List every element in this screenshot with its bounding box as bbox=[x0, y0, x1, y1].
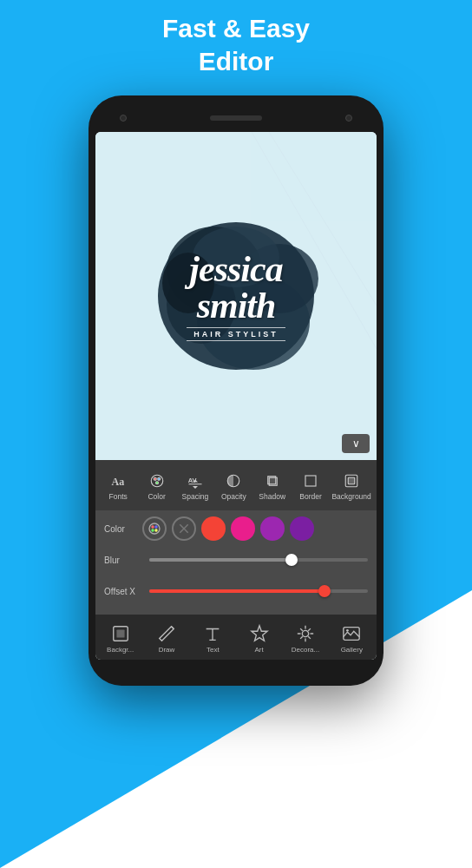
no-color-button[interactable] bbox=[172, 516, 196, 541]
phone-top-bar bbox=[95, 108, 377, 128]
border-icon bbox=[301, 471, 320, 490]
color-swatches bbox=[142, 516, 314, 541]
canvas-subtitle: HAIR STYLIST bbox=[187, 327, 285, 341]
offsetx-row: Offset X bbox=[104, 578, 368, 604]
background-icon bbox=[342, 471, 361, 490]
camera-right bbox=[345, 115, 352, 122]
shadow-icon bbox=[263, 471, 282, 490]
nav-background-label: Backgr... bbox=[107, 646, 134, 654]
svg-point-26 bbox=[154, 525, 157, 528]
blur-row: Blur bbox=[104, 547, 368, 573]
phone-device: jessica smith HAIR STYLIST ∨ Aa bbox=[88, 95, 384, 686]
spacing-icon: AV bbox=[186, 471, 205, 490]
nav-text[interactable]: Text bbox=[193, 623, 232, 654]
nav-draw-label: Draw bbox=[159, 646, 175, 654]
properties-panel: Color bbox=[95, 510, 377, 615]
color-icon bbox=[148, 471, 167, 490]
tool-fonts[interactable]: Aa Fonts bbox=[101, 471, 135, 501]
nav-text-icon bbox=[202, 623, 223, 644]
chevron-button[interactable]: ∨ bbox=[342, 434, 370, 453]
nav-gallery-icon bbox=[341, 623, 362, 644]
tool-shadow[interactable]: Shadow bbox=[255, 471, 290, 501]
ink-blob: jessica smith HAIR STYLIST bbox=[149, 209, 323, 383]
nav-decora[interactable]: Decora... bbox=[286, 623, 324, 654]
toolbar-row: Aa Fonts Color bbox=[95, 460, 377, 510]
nav-draw[interactable]: Draw bbox=[148, 623, 186, 654]
fonts-icon: Aa bbox=[108, 471, 128, 490]
header-section: Fast & Easy Editor bbox=[0, 12, 472, 77]
color-prop-label: Color bbox=[104, 524, 142, 534]
svg-point-25 bbox=[151, 525, 154, 528]
background-label: Background bbox=[331, 492, 370, 501]
palette-button[interactable] bbox=[142, 516, 167, 541]
svg-rect-21 bbox=[305, 476, 316, 486]
nav-background-icon bbox=[110, 623, 131, 644]
tool-opacity[interactable]: Opacity bbox=[216, 471, 251, 501]
svg-marker-16 bbox=[193, 486, 198, 489]
spacing-label: Spacing bbox=[182, 492, 209, 501]
fonts-label: Fonts bbox=[109, 492, 128, 501]
blur-slider-thumb[interactable] bbox=[285, 554, 298, 566]
svg-text:Aa: Aa bbox=[112, 476, 125, 488]
svg-point-18 bbox=[228, 475, 240, 487]
svg-point-27 bbox=[151, 529, 154, 531]
nav-decora-icon bbox=[295, 623, 316, 644]
svg-point-35 bbox=[302, 630, 308, 636]
blur-prop-label: Blur bbox=[104, 556, 142, 565]
nav-art-label: Art bbox=[255, 646, 264, 654]
nav-background[interactable]: Backgr... bbox=[102, 623, 140, 654]
tool-border[interactable]: Border bbox=[293, 471, 328, 501]
blur-slider-fill bbox=[149, 558, 292, 562]
header-title: Fast & Easy Editor bbox=[0, 12, 472, 77]
nav-art-icon bbox=[249, 623, 270, 644]
tool-background[interactable]: Background bbox=[331, 471, 370, 501]
svg-point-10 bbox=[151, 475, 163, 487]
canvas-area: jessica smith HAIR STYLIST ∨ bbox=[95, 132, 377, 460]
offsetx-slider-fill bbox=[149, 589, 324, 593]
no-color-icon bbox=[178, 523, 190, 535]
phone-speaker bbox=[210, 115, 262, 121]
canvas-text-group: jessica smith HAIR STYLIST bbox=[187, 251, 285, 341]
palette-icon bbox=[148, 522, 161, 536]
svg-line-33 bbox=[171, 626, 174, 628]
nav-art[interactable]: Art bbox=[240, 623, 279, 654]
nav-text-label: Text bbox=[206, 646, 220, 654]
phone-screen: jessica smith HAIR STYLIST ∨ Aa bbox=[95, 132, 377, 660]
swatch-purple2[interactable] bbox=[290, 516, 314, 541]
blur-slider[interactable] bbox=[149, 558, 368, 562]
tool-color[interactable]: Color bbox=[140, 471, 174, 501]
svg-point-13 bbox=[155, 482, 158, 484]
camera-left bbox=[120, 115, 127, 122]
color-row: Color bbox=[104, 516, 368, 542]
shadow-label: Shadow bbox=[259, 492, 285, 501]
offsetx-slider[interactable] bbox=[149, 589, 368, 593]
color-label: Color bbox=[148, 492, 165, 501]
tool-spacing[interactable]: AV Spacing bbox=[178, 471, 213, 501]
opacity-icon bbox=[224, 471, 243, 490]
svg-point-24 bbox=[149, 523, 160, 534]
swatch-pink[interactable] bbox=[231, 516, 255, 541]
offsetx-slider-thumb[interactable] bbox=[318, 585, 331, 597]
offsetx-prop-label: Offset X bbox=[104, 587, 142, 596]
nav-gallery[interactable]: Gallery bbox=[332, 623, 370, 654]
opacity-label: Opacity bbox=[221, 492, 246, 501]
svg-point-28 bbox=[154, 529, 157, 531]
swatch-red[interactable] bbox=[201, 516, 226, 541]
nav-draw-icon bbox=[156, 623, 177, 644]
canvas-name: jessica smith bbox=[187, 251, 285, 324]
svg-rect-23 bbox=[348, 477, 355, 484]
border-label: Border bbox=[299, 492, 322, 501]
svg-point-12 bbox=[157, 477, 160, 480]
nav-decora-label: Decora... bbox=[292, 646, 319, 654]
svg-point-37 bbox=[346, 628, 349, 631]
nav-gallery-label: Gallery bbox=[341, 646, 363, 654]
phone-frame: jessica smith HAIR STYLIST ∨ Aa bbox=[88, 95, 384, 686]
svg-point-11 bbox=[154, 477, 156, 480]
bottom-nav: Backgr... Draw bbox=[95, 615, 377, 660]
svg-rect-32 bbox=[116, 629, 124, 637]
swatch-purple[interactable] bbox=[260, 516, 285, 541]
